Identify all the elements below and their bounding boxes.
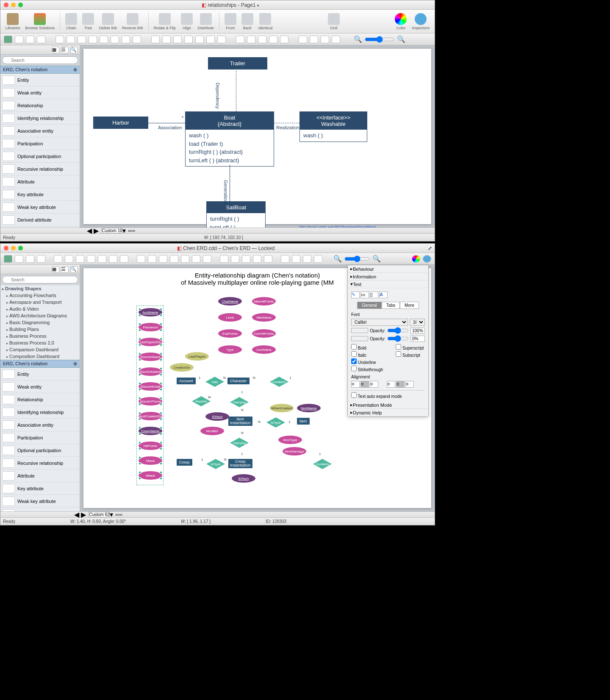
ortho4-icon[interactable] xyxy=(269,36,277,43)
opacity2-slider[interactable] xyxy=(387,335,409,342)
inspector-behaviour[interactable]: ▸ Behaviour xyxy=(348,265,428,273)
o1-icon[interactable] xyxy=(220,255,228,263)
a2-icon[interactable] xyxy=(148,255,156,263)
library-title[interactable]: ERD, Chen's notation⊗ xyxy=(0,360,80,368)
uml-sailboat[interactable]: SailBoat turnRight ( ) turnLeft ( ) xyxy=(206,201,266,228)
connector2-icon[interactable] xyxy=(67,36,75,43)
reverse-link-button[interactable]: Reverse link xyxy=(122,13,143,30)
close-lib-icon[interactable]: ⊗ xyxy=(73,361,77,367)
grid-view-icon[interactable]: ▦ xyxy=(52,47,59,53)
a7-icon[interactable] xyxy=(203,255,211,263)
rel-carrying[interactable]: Carrying xyxy=(230,397,249,407)
library-title[interactable]: ERD, Chen's notation⊗ xyxy=(0,66,80,74)
connector4-icon[interactable] xyxy=(89,36,97,43)
category-item[interactable]: Basic Diagramming xyxy=(0,319,80,326)
lib-item[interactable]: Key attribute xyxy=(0,188,80,201)
expand-check[interactable] xyxy=(351,392,357,398)
lib-item[interactable]: Weak entity xyxy=(0,381,80,393)
lib-item[interactable]: Identifying relationship xyxy=(0,406,80,419)
category-item[interactable]: AWS Architecture Diagrams xyxy=(0,312,80,319)
libraries-button[interactable]: Libraries xyxy=(6,13,20,30)
a4-icon[interactable] xyxy=(170,255,178,263)
category-item[interactable]: Aerospace and Transport xyxy=(0,299,80,306)
entity-character[interactable]: Character xyxy=(227,378,250,384)
lib-item[interactable]: Associative entity xyxy=(0,125,80,137)
attr-col1[interactable]: AcctCreatedOn xyxy=(139,412,162,420)
arrow6-icon[interactable] xyxy=(206,36,215,43)
connector1-icon[interactable] xyxy=(55,36,64,43)
zi-icon[interactable] xyxy=(281,255,289,263)
font-size-select[interactable]: 16 xyxy=(410,319,425,326)
lib-item[interactable]: Entity xyxy=(0,368,80,381)
ortho1-icon[interactable] xyxy=(236,36,244,43)
rel-istype2[interactable]: IsType xyxy=(206,459,225,469)
attr-col1[interactable]: LastSignedOn xyxy=(139,338,162,346)
c4-icon[interactable] xyxy=(87,255,95,263)
c1-icon[interactable] xyxy=(54,255,62,263)
a5-icon[interactable] xyxy=(181,255,189,263)
uml-boat[interactable]: Boat{Abstract} wash ( ) load (Trailer t)… xyxy=(185,111,274,167)
zoom-slider[interactable] xyxy=(365,36,394,43)
bold-check[interactable] xyxy=(351,344,357,350)
lib-item[interactable]: Derived attribute xyxy=(0,508,80,511)
entity-item[interactable]: Item xyxy=(297,418,310,425)
attr-lastplayed[interactable]: LastPlayed xyxy=(185,352,209,361)
line-icon[interactable] xyxy=(37,36,45,43)
category-item[interactable]: Accounting Flowcharts xyxy=(0,292,80,299)
attr-col1[interactable]: Mana xyxy=(139,456,162,465)
attr-itemtype[interactable]: ItemType xyxy=(278,436,302,444)
zo-icon[interactable] xyxy=(292,255,300,263)
category-item[interactable]: Composition Dashboard xyxy=(0,353,80,360)
arrow4-icon[interactable] xyxy=(184,36,193,43)
close-lib-icon[interactable]: ⊗ xyxy=(73,67,77,72)
zoom-plus-icon[interactable]: 🔍 xyxy=(397,35,405,43)
tab-more[interactable]: More xyxy=(400,302,419,309)
arrow7-icon[interactable] xyxy=(217,36,226,43)
close-icon[interactable] xyxy=(4,246,8,250)
arrow1-icon[interactable] xyxy=(151,36,160,43)
a1-icon[interactable] xyxy=(137,255,145,263)
o4-icon[interactable] xyxy=(253,255,261,263)
c7-icon[interactable] xyxy=(120,255,128,263)
attr-col2[interactable]: CharName xyxy=(218,297,242,306)
inspector-dynamic-help[interactable]: ▸ Dynamic Help xyxy=(348,409,428,417)
align-left-icon[interactable]: ≡ xyxy=(351,381,360,388)
rect-icon[interactable] xyxy=(15,255,23,263)
search-icon[interactable]: 🔍 xyxy=(70,47,78,53)
strike-check[interactable] xyxy=(351,366,357,371)
attr-col3[interactable]: CurrHitPoints xyxy=(252,329,276,338)
arrow5-icon[interactable] xyxy=(195,36,204,43)
canvas[interactable]: Trailer Harbor Boat{Abstract} wash ( ) l… xyxy=(83,49,431,224)
connector3-icon[interactable] xyxy=(78,36,86,43)
connector7-icon[interactable] xyxy=(122,36,130,43)
distribute-button[interactable]: Distribute xyxy=(198,13,214,30)
arrow3-icon[interactable] xyxy=(173,36,182,43)
lib-item[interactable]: Optional participation xyxy=(0,150,80,163)
ellipse-icon[interactable] xyxy=(26,255,34,263)
attr-col3[interactable]: CurrMana xyxy=(252,345,276,354)
lib-item[interactable]: Recursive relationship xyxy=(0,163,80,175)
lib-item[interactable]: Recursive relationship xyxy=(0,457,80,469)
align-button[interactable]: Align xyxy=(181,13,193,30)
lib-item[interactable]: Key attribute xyxy=(0,482,80,495)
lib-item[interactable]: Participation xyxy=(0,137,80,150)
lib-item[interactable]: Derived attribute xyxy=(0,214,80,226)
o2-icon[interactable] xyxy=(231,255,239,263)
attr-modifier[interactable]: Modifier xyxy=(200,427,224,435)
attr-col1[interactable]: HitPoints xyxy=(139,442,162,450)
opacity1-slider[interactable] xyxy=(387,327,409,334)
footer-link[interactable]: http://sce2.umkc.edu/BIT/burrise/pl/mode… xyxy=(299,225,376,228)
opacity1-input[interactable] xyxy=(410,328,425,334)
ed-icon[interactable] xyxy=(314,255,322,263)
minimize-icon[interactable] xyxy=(11,3,16,7)
ortho3-icon[interactable] xyxy=(258,36,266,43)
hd-icon[interactable] xyxy=(303,255,311,263)
opacity2-input[interactable] xyxy=(410,336,425,342)
attr-whencreated[interactable]: WhenCreated xyxy=(270,404,294,412)
zoom-minus-icon[interactable]: 🔍 xyxy=(354,35,362,43)
inspector-text[interactable]: ▾ Text xyxy=(348,281,428,288)
align-right-icon[interactable]: ≡ xyxy=(370,381,378,388)
sidebar-search-input[interactable] xyxy=(2,56,78,64)
valign-top-icon[interactable]: ≡ xyxy=(387,381,395,388)
list-view-icon[interactable]: ☰ xyxy=(61,266,69,273)
